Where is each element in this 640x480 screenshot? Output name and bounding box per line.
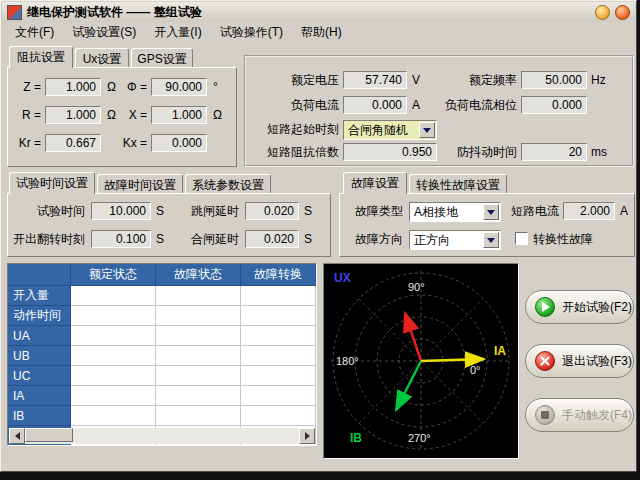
tab-transfer-fault-settings[interactable]: 转换性故障设置	[409, 174, 507, 193]
row-label-ub: UB	[8, 346, 71, 366]
chevron-down-icon	[423, 128, 431, 133]
menu-item-test-settings[interactable]: 试验设置(S)	[63, 21, 145, 44]
table-row: IB	[8, 406, 316, 426]
scrollbar-track[interactable]	[73, 428, 299, 444]
table-cell[interactable]	[156, 386, 241, 406]
table-cell[interactable]	[156, 326, 241, 346]
table-row: 开入量	[8, 286, 316, 306]
tab-system-param-settings[interactable]: 系统参数设置	[185, 174, 271, 193]
table-cell[interactable]	[71, 346, 156, 366]
phi-field[interactable]: 90.000	[151, 78, 207, 96]
menubar: 文件(F) 试验设置(S) 开入量(I) 试验操作(T) 帮助(H)	[2, 22, 635, 42]
flip-time-unit: S	[156, 232, 164, 247]
kx-field[interactable]: 0.000	[151, 134, 207, 152]
menu-item-inputs[interactable]: 开入量(I)	[145, 21, 210, 44]
short-start-combo[interactable]: 合闸角随机	[343, 120, 437, 140]
debounce-field[interactable]: 20	[521, 143, 587, 161]
load-current-field[interactable]: 0.000	[343, 96, 407, 114]
r-label: R =	[13, 108, 41, 123]
chevron-down-icon	[487, 238, 495, 243]
fault-type-combo[interactable]: A相接地	[409, 202, 501, 222]
fault-type-combo-button[interactable]	[483, 204, 499, 220]
tab-gps-settings[interactable]: GPS设置	[131, 48, 193, 67]
z-field[interactable]: 1.000	[45, 78, 101, 96]
test-time-field[interactable]: 10.000	[91, 202, 151, 220]
row-label-uc: UC	[8, 366, 71, 386]
fault-type-label: 故障类型	[347, 204, 403, 219]
menu-item-file[interactable]: 文件(F)	[6, 21, 63, 44]
minimize-button[interactable]	[595, 5, 610, 20]
scroll-left-icon	[15, 432, 20, 440]
close-button[interactable]	[615, 5, 630, 20]
deg90-label: 90°	[408, 281, 425, 293]
table-cell[interactable]	[156, 406, 241, 426]
test-time-unit: S	[156, 204, 164, 219]
table-cell[interactable]	[241, 306, 316, 326]
fault-direction-combo-button[interactable]	[483, 232, 499, 248]
manual-trigger-icon	[535, 405, 555, 425]
table-row: UB	[8, 346, 316, 366]
table-cell[interactable]	[241, 406, 316, 426]
close-delay-field[interactable]: 0.020	[245, 230, 299, 248]
row-label-ia: IA	[8, 386, 71, 406]
table-cell[interactable]	[156, 286, 241, 306]
tab-ux-settings[interactable]: Ux设置	[75, 48, 129, 67]
short-current-field[interactable]: 2.000	[563, 202, 615, 220]
vector-diagram-svg: UX 90° 180° 0° 270° IA IB	[324, 264, 518, 458]
table-cell[interactable]	[156, 346, 241, 366]
tab-test-time-settings[interactable]: 试验时间设置	[9, 172, 95, 194]
table-cell[interactable]	[71, 406, 156, 426]
table-cell[interactable]	[156, 366, 241, 386]
menu-item-help[interactable]: 帮助(H)	[292, 21, 351, 44]
short-start-value: 合闸角随机	[348, 123, 408, 137]
start-test-button[interactable]: 开始试验(F2)	[525, 290, 634, 324]
table-cell[interactable]	[71, 386, 156, 406]
debounce-unit: ms	[591, 145, 607, 160]
r-unit: Ω	[107, 108, 116, 123]
tab-fault-time-settings[interactable]: 故障时间设置	[97, 174, 183, 193]
scrollbar-thumb[interactable]	[25, 428, 73, 442]
rated-freq-field[interactable]: 50.000	[521, 71, 587, 89]
tab-impedance-settings[interactable]: 阻抗设置	[9, 46, 73, 68]
deg270-label: 270°	[408, 432, 431, 444]
table-cell[interactable]	[156, 306, 241, 326]
table-cell[interactable]	[241, 366, 316, 386]
transfer-fault-checkbox[interactable]	[515, 232, 528, 245]
rated-voltage-field[interactable]: 57.740	[343, 71, 407, 89]
imp-factor-field[interactable]: 0.950	[343, 143, 437, 161]
titlebar[interactable]: 继电保护测试软件 —— 整组试验	[2, 2, 635, 22]
ia-vector	[421, 359, 484, 361]
play-icon	[542, 302, 550, 312]
table-cell[interactable]	[71, 366, 156, 386]
table-cell[interactable]	[71, 286, 156, 306]
x-unit: Ω	[213, 108, 222, 123]
flip-time-field[interactable]: 0.100	[91, 230, 151, 248]
exit-test-button[interactable]: 退出试验(F3)	[525, 344, 634, 378]
load-current-label: 负荷电流	[263, 98, 339, 113]
table-cell[interactable]	[241, 326, 316, 346]
tab-fault-settings[interactable]: 故障设置	[343, 172, 407, 194]
rated-voltage-label: 额定电压	[263, 73, 339, 88]
z-unit: Ω	[107, 80, 116, 95]
short-start-combo-button[interactable]	[419, 122, 435, 138]
table-cell[interactable]	[241, 386, 316, 406]
fault-direction-combo[interactable]: 正方向	[409, 230, 501, 250]
table-cell[interactable]	[241, 346, 316, 366]
load-phase-field[interactable]: 0.000	[521, 96, 587, 114]
table-cell[interactable]	[71, 306, 156, 326]
horizontal-scrollbar[interactable]	[9, 428, 315, 444]
start-icon	[535, 297, 555, 317]
x-field[interactable]: 1.000	[151, 106, 207, 124]
table-cell[interactable]	[71, 326, 156, 346]
scroll-left-button[interactable]	[9, 428, 25, 444]
table-cell[interactable]	[241, 286, 316, 306]
rated-voltage-unit: V	[412, 73, 420, 88]
trip-delay-field[interactable]: 0.020	[245, 202, 299, 220]
r-field[interactable]: 1.000	[45, 106, 101, 124]
fault-type-value: A相接地	[414, 205, 458, 219]
scroll-right-button[interactable]	[299, 428, 315, 444]
menu-item-test-operation[interactable]: 试验操作(T)	[211, 21, 292, 44]
debounce-label: 防抖动时间	[447, 145, 517, 160]
kr-field[interactable]: 0.667	[45, 134, 101, 152]
fault-direction-value: 正方向	[414, 233, 450, 247]
